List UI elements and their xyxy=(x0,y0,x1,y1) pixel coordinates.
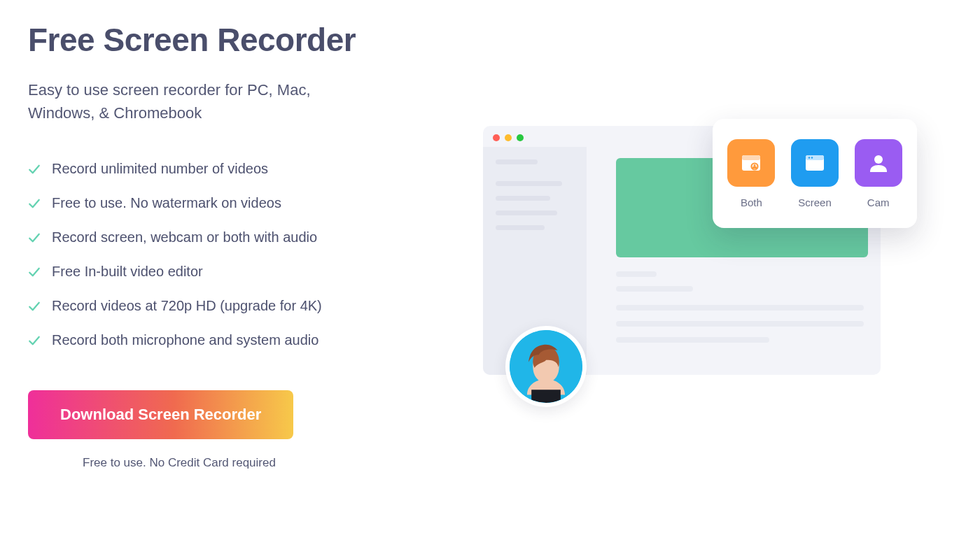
feature-text: Record videos at 720p HD (upgrade for 4K… xyxy=(52,298,322,314)
check-icon xyxy=(28,300,41,313)
check-icon xyxy=(28,197,41,210)
svg-rect-11 xyxy=(531,390,561,403)
feature-text: Record unlimited number of videos xyxy=(52,161,268,177)
feature-text: Record screen, webcam or both with audio xyxy=(52,229,317,245)
check-icon xyxy=(28,266,41,278)
cta-disclaimer: Free to use. No Credit Card required xyxy=(28,456,420,470)
mode-screen[interactable]: Screen xyxy=(791,139,839,208)
svg-point-7 xyxy=(811,157,813,158)
feature-item: Record videos at 720p HD (upgrade for 4K… xyxy=(28,298,420,314)
svg-point-6 xyxy=(808,157,810,158)
mode-label: Cam xyxy=(867,197,890,208)
webcam-avatar xyxy=(505,326,587,407)
minimize-dot-icon xyxy=(505,134,512,141)
feature-list: Record unlimited number of videos Free t… xyxy=(28,161,420,348)
content-placeholder xyxy=(616,305,864,353)
feature-text: Record both microphone and system audio xyxy=(52,332,318,348)
app-illustration: Both Screen xyxy=(462,21,952,470)
recording-mode-card: Both Screen xyxy=(713,119,917,228)
content-placeholder xyxy=(616,271,864,301)
cam-icon xyxy=(855,139,902,187)
page-title: Free Screen Recorder xyxy=(28,21,420,59)
both-icon xyxy=(727,139,775,187)
check-icon xyxy=(28,163,41,176)
feature-item: Record both microphone and system audio xyxy=(28,332,420,348)
mode-label: Both xyxy=(741,197,762,208)
mode-both[interactable]: Both xyxy=(727,139,775,208)
close-dot-icon xyxy=(493,134,500,141)
feature-item: Free In-built video editor xyxy=(28,264,420,280)
feature-text: Free In-built video editor xyxy=(52,264,203,280)
maximize-dot-icon xyxy=(517,134,524,141)
svg-rect-1 xyxy=(742,155,760,160)
svg-point-8 xyxy=(874,155,883,164)
check-icon xyxy=(28,231,41,244)
feature-item: Record screen, webcam or both with audio xyxy=(28,229,420,245)
feature-text: Free to use. No watermark on videos xyxy=(52,195,281,211)
page-subtitle: Easy to use screen recorder for PC, Mac,… xyxy=(28,78,322,124)
check-icon xyxy=(28,334,41,347)
screen-icon xyxy=(791,139,839,187)
window-controls xyxy=(493,134,524,141)
download-button[interactable]: Download Screen Recorder xyxy=(28,390,293,439)
feature-item: Record unlimited number of videos xyxy=(28,161,420,177)
feature-item: Free to use. No watermark on videos xyxy=(28,195,420,211)
mode-cam[interactable]: Cam xyxy=(855,139,902,208)
mode-label: Screen xyxy=(798,197,832,208)
